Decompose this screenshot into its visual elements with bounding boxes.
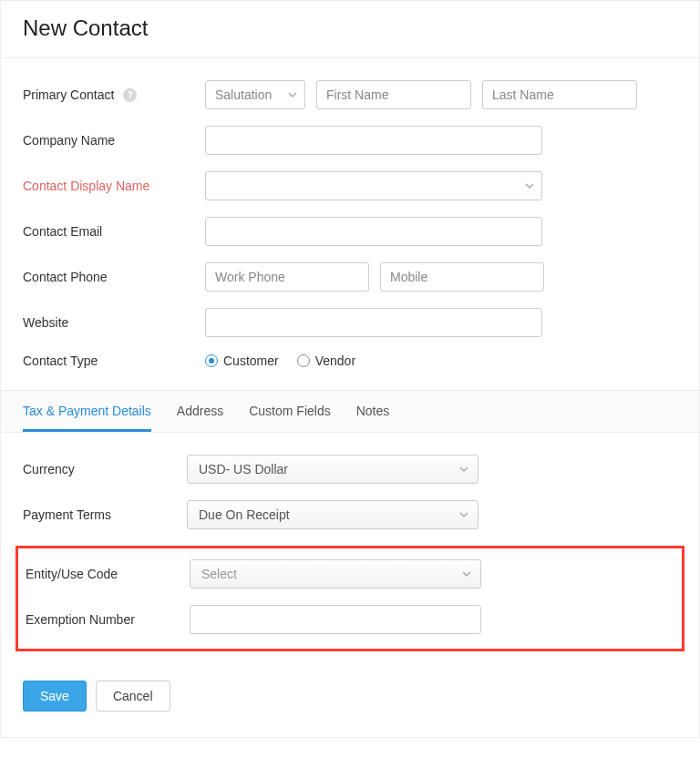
tax-payment-panel: Currency USD- US Dollar Payment Terms Du… [1, 433, 699, 673]
label-currency: Currency [23, 462, 187, 476]
label-text: Primary Contact [23, 87, 114, 102]
entity-use-code-value: Select [201, 567, 237, 581]
radio-customer[interactable]: Customer [205, 353, 279, 368]
row-contact-phone: Contact Phone [23, 262, 677, 292]
first-name-input[interactable] [316, 80, 471, 109]
tabs: Tax & Payment Details Address Custom Fie… [1, 390, 699, 433]
row-entity-use-code: Entity/Use Code Select [18, 559, 682, 589]
radio-icon [205, 354, 218, 367]
radio-icon [297, 354, 310, 367]
company-name-input[interactable] [205, 126, 542, 155]
label-company-name: Company Name [23, 133, 205, 148]
tab-notes[interactable]: Notes [356, 391, 390, 432]
row-website: Website [23, 308, 677, 337]
row-company-name: Company Name [23, 126, 677, 155]
row-primary-contact: Primary Contact ? Salutation [23, 80, 677, 109]
label-entity-use-code: Entity/Use Code [26, 567, 190, 581]
label-payment-terms: Payment Terms [23, 507, 187, 522]
radio-label: Customer [223, 353, 279, 368]
currency-value: USD- US Dollar [199, 462, 288, 476]
chevron-down-icon [462, 567, 471, 581]
label-contact-phone: Contact Phone [23, 270, 205, 284]
chevron-down-icon [525, 179, 534, 193]
payment-terms-select[interactable]: Due On Receipt [187, 500, 479, 529]
help-icon[interactable]: ? [123, 88, 137, 102]
page-header: New Contact [1, 0, 699, 58]
row-payment-terms: Payment Terms Due On Receipt [23, 500, 677, 529]
currency-select[interactable]: USD- US Dollar [187, 455, 479, 484]
radio-vendor[interactable]: Vendor [297, 353, 355, 368]
contact-email-input[interactable] [205, 217, 542, 246]
last-name-input[interactable] [482, 80, 637, 109]
label-website: Website [23, 315, 205, 330]
save-button[interactable]: Save [23, 681, 87, 712]
row-currency: Currency USD- US Dollar [23, 455, 677, 484]
form-actions: Save Cancel [1, 673, 699, 737]
row-contact-type: Contact Type Customer Vendor [23, 353, 677, 368]
radio-label: Vendor [315, 353, 355, 368]
contact-form: Primary Contact ? Salutation Company Nam… [1, 58, 699, 368]
entity-use-code-select[interactable]: Select [190, 559, 481, 589]
work-phone-input[interactable] [205, 262, 369, 292]
website-input[interactable] [205, 308, 542, 337]
label-exemption-number: Exemption Number [26, 612, 190, 627]
payment-terms-value: Due On Receipt [199, 507, 290, 522]
mobile-phone-input[interactable] [380, 262, 544, 292]
cancel-button[interactable]: Cancel [96, 681, 170, 712]
chevron-down-icon [459, 507, 468, 522]
label-contact-type: Contact Type [23, 353, 205, 368]
primary-contact-fields: Salutation [205, 80, 677, 109]
salutation-select[interactable]: Salutation [205, 80, 305, 109]
label-primary-contact: Primary Contact ? [23, 87, 205, 103]
row-display-name: Contact Display Name [23, 171, 677, 200]
row-contact-email: Contact Email [23, 217, 677, 246]
chevron-down-icon [459, 462, 468, 476]
tab-address[interactable]: Address [177, 391, 223, 432]
salutation-placeholder: Salutation [215, 87, 272, 102]
row-exemption-number: Exemption Number [18, 605, 682, 634]
page-title: New Contact [23, 15, 677, 41]
display-name-select[interactable] [205, 171, 542, 200]
exemption-number-input[interactable] [190, 605, 481, 634]
label-contact-email: Contact Email [23, 224, 205, 239]
contact-type-radio-group: Customer Vendor [205, 353, 355, 368]
label-display-name: Contact Display Name [23, 179, 205, 193]
tab-tax-payment[interactable]: Tax & Payment Details [23, 391, 151, 432]
tab-custom-fields[interactable]: Custom Fields [249, 391, 330, 432]
new-contact-page: New Contact Primary Contact ? Salutation… [0, 0, 700, 738]
highlight-annotation: Entity/Use Code Select Exemption Number [15, 546, 685, 651]
chevron-down-icon [288, 87, 297, 102]
